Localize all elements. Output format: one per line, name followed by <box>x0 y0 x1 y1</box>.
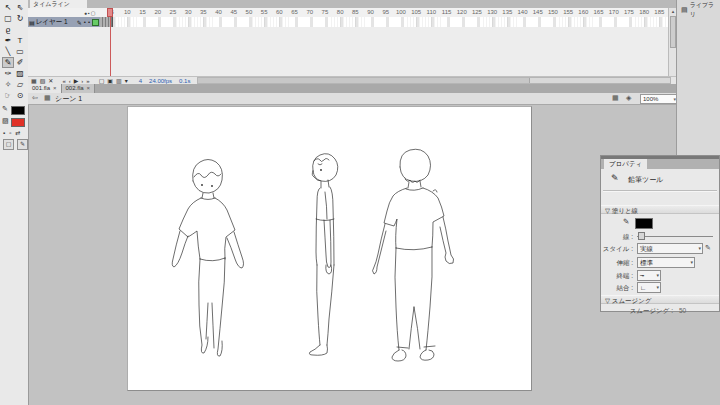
stage-canvas[interactable] <box>127 106 532 391</box>
document-tab[interactable]: 001.fla× <box>28 84 62 93</box>
sketch-stroke <box>408 181 421 188</box>
collapse-triangle-icon[interactable]: ▽ <box>605 297 610 304</box>
sketch-stroke <box>420 350 434 360</box>
zoom-level-dropdown[interactable]: 100% ▾ <box>640 94 678 104</box>
ruler-frame-number: 100 <box>395 9 407 15</box>
ruler-frame-number: 25 <box>167 9 179 15</box>
color-mini-buttons: ▪▫⇄ <box>2 129 26 137</box>
join-dropdown[interactable]: ∟ ▾ <box>637 282 661 293</box>
stroke-style-dropdown[interactable]: 実線 ▾ <box>637 243 703 254</box>
sketch-stroke <box>392 350 406 361</box>
ruler-frame-number: 145 <box>532 9 544 15</box>
sketch-stroke <box>194 172 221 177</box>
eraser-tool[interactable]: ▱ <box>14 79 26 90</box>
active-tool-name: 鉛筆ツール <box>628 175 663 185</box>
free-transform-tool[interactable]: ▢ <box>2 13 14 24</box>
ruler-frame-number: 20 <box>152 9 164 15</box>
stroke-color-swatch[interactable] <box>635 218 653 229</box>
tab-properties[interactable]: プロパティ <box>604 159 647 169</box>
object-drawing-toggle[interactable]: ▢ <box>3 139 14 150</box>
edit-scene-icon[interactable]: ▦ <box>612 94 619 102</box>
document-tab[interactable]: 002.fla× <box>62 84 96 93</box>
sketch-stroke <box>423 188 444 247</box>
sketch-eye-dot <box>211 185 213 187</box>
stroke-height-slider[interactable] <box>637 236 713 237</box>
library-panel-button[interactable]: ▤ ライブラリ <box>681 4 717 16</box>
properties-tab-row: プロパティ <box>601 159 719 169</box>
close-icon[interactable]: × <box>53 84 57 93</box>
eyedropper-tool[interactable]: ✧ <box>2 79 14 90</box>
toolbar-colors: ✎ ▨ <box>2 104 26 128</box>
ruler-frame-number: 50 <box>243 9 255 15</box>
edit-symbol-icon[interactable]: ◈ <box>626 94 631 102</box>
line-tool[interactable]: ╲ <box>2 46 14 57</box>
stroke-color-swatch[interactable] <box>11 106 25 115</box>
frame-rate-indicator[interactable]: 24.00fps <box>149 78 172 84</box>
sketch-stroke <box>396 247 432 250</box>
smoothing-label: スムージング : <box>601 307 673 316</box>
text-tool[interactable]: T <box>14 35 26 46</box>
section-fill-and-stroke[interactable]: ▽ 塗りと線 <box>601 205 719 214</box>
pen-tool[interactable]: ✒ <box>2 35 14 46</box>
layer-visibility-dot[interactable]: • <box>84 19 86 25</box>
ruler-frame-number: 170 <box>608 9 620 15</box>
ruler-frame-number: 75 <box>319 9 331 15</box>
rectangle-tool[interactable]: ▭ <box>14 46 26 57</box>
scroll-thumb[interactable] <box>198 78 529 83</box>
character-sketch-drawing <box>128 107 531 390</box>
ink-bottle-tool[interactable]: ✑ <box>2 68 14 79</box>
back-arrow-icon[interactable]: ⇦ <box>32 94 38 102</box>
layer-lock-dot[interactable]: • <box>88 19 90 25</box>
layer-outline-color-swatch[interactable] <box>92 19 99 26</box>
lasso-tool[interactable]: ϱ <box>2 24 14 35</box>
sketch-stroke <box>201 198 215 200</box>
cap-icon: ╼ <box>640 272 644 279</box>
timeline-tab[interactable]: タイムライン <box>30 0 87 8</box>
properties-panel: プロパティ ✎ 鉛筆ツール ▽ 塗りと線 ✎ 線 : スタイル : 実線 ▾ ✎… <box>600 155 720 312</box>
slider-thumb[interactable] <box>638 232 645 240</box>
section-smoothing[interactable]: ▽ スムージング <box>601 295 719 304</box>
scene-breadcrumb[interactable]: シーン 1 <box>55 94 82 104</box>
cap-label: 終端 : <box>601 272 633 281</box>
fill-color-swatch[interactable] <box>11 118 25 127</box>
smoothing-value[interactable]: 50 <box>679 307 686 314</box>
paint-bucket-tool[interactable]: ▨ <box>14 68 26 79</box>
sketch-stroke <box>373 224 387 274</box>
ruler-frame-number: 90 <box>365 9 377 15</box>
swap-colors-button[interactable]: ⇄ <box>14 129 21 137</box>
layer-name[interactable]: レイヤー 1 <box>36 18 76 27</box>
sketch-stroke <box>384 188 407 248</box>
pencil-tool[interactable]: ✎ <box>2 57 14 68</box>
chevron-down-icon: ▾ <box>656 283 659 292</box>
collapse-triangle-icon[interactable]: ▽ <box>605 207 610 214</box>
stroke-scale-dropdown[interactable]: 標準 ▾ <box>637 257 695 268</box>
cap-dropdown[interactable]: ╼ ▾ <box>637 270 661 281</box>
timeline-horizontal-scrollbar[interactable] <box>197 77 671 84</box>
edit-stroke-style-icon[interactable]: ✎ <box>705 244 711 252</box>
close-icon[interactable]: × <box>87 84 91 93</box>
brush-tool[interactable]: ✐ <box>14 57 26 68</box>
sketch-stroke <box>313 154 338 182</box>
sketch-stroke <box>400 149 431 181</box>
playhead-line <box>110 17 111 76</box>
no-color-button[interactable]: ▫ <box>8 129 12 137</box>
layer-header-icons: ●▪▢ <box>84 9 100 17</box>
sketch-stroke <box>200 258 225 261</box>
ruler-frame-number: 150 <box>547 9 559 15</box>
default-colors-button[interactable]: ▪ <box>2 129 6 137</box>
ruler-frame-number: 70 <box>304 9 316 15</box>
ruler-frame-number: 110 <box>425 9 437 15</box>
hand-tool[interactable]: ☞ <box>2 90 14 101</box>
subselection-tool[interactable]: ⇖ <box>14 2 26 13</box>
playhead-marker[interactable] <box>107 8 113 17</box>
pencil-mode-option[interactable]: ✎ <box>17 139 28 150</box>
ruler-frame-number: 80 <box>334 9 346 15</box>
selection-tool[interactable]: ↖ <box>2 2 14 13</box>
zoom-tool[interactable]: ⊙ <box>14 90 26 101</box>
keyframe-span[interactable] <box>100 17 113 27</box>
layer-row[interactable]: ▤ レイヤー 1 ✎ • • <box>28 17 100 27</box>
sketch-stroke <box>316 188 320 265</box>
sketch-stroke <box>179 198 201 259</box>
gradient-transform-tool[interactable]: ↻ <box>14 13 26 24</box>
document-tab-bar: 001.fla×002.fla× <box>28 84 676 93</box>
